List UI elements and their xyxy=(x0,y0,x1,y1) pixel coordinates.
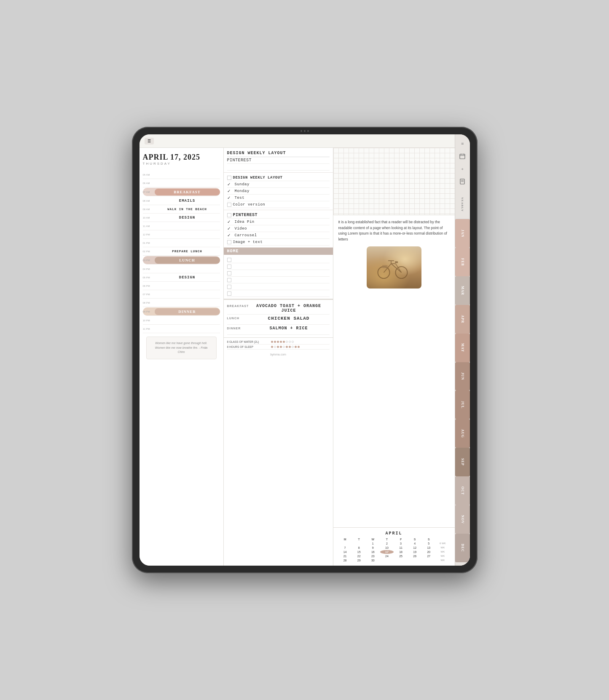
time-slot-06am: 06 AM xyxy=(143,179,220,187)
cal-day-16[interactable]: 16 xyxy=(366,550,380,554)
cal-day-14[interactable]: 14 xyxy=(338,550,352,554)
cal-wk-2: WK xyxy=(436,546,449,550)
calendar-icon[interactable] xyxy=(456,150,468,162)
cal-day-2[interactable]: 2 xyxy=(380,542,394,545)
water-dot-3[interactable] xyxy=(277,341,279,343)
task-carrousel[interactable]: ✓ Carrousel xyxy=(227,232,330,239)
cal-day-30[interactable]: 30 xyxy=(366,558,380,562)
task-video[interactable]: ✓ Video xyxy=(227,225,330,232)
tab-oct[interactable]: OCT xyxy=(455,476,470,505)
habit-section: 8 GLASS OF WATER (2L) xyxy=(224,337,333,351)
cal-day-23[interactable]: 23 xyxy=(366,554,380,558)
water-dot-5[interactable] xyxy=(283,341,285,343)
habit-sleep: 8 HOURS OF SLEEP xyxy=(227,345,330,350)
task-item-empty1 xyxy=(227,164,330,171)
tab-nov[interactable]: NOV xyxy=(455,505,470,534)
sleep-dot-3[interactable] xyxy=(277,346,279,348)
tab-may[interactable]: MAY xyxy=(455,334,470,362)
tab-apr[interactable]: APR xyxy=(455,305,470,334)
sleep-dot-2[interactable] xyxy=(274,346,276,348)
cal-day-17[interactable]: 17 xyxy=(380,550,394,554)
cal-day-15[interactable]: 15 xyxy=(352,550,366,554)
sleep-dot-5[interactable] xyxy=(283,346,285,348)
home-item-5[interactable] xyxy=(227,283,330,290)
cal-day-28[interactable]: 28 xyxy=(338,558,352,562)
cal-day-22[interactable]: 22 xyxy=(352,554,366,558)
cal-day-10[interactable]: 10 xyxy=(380,546,394,550)
task-check-pinterest[interactable] xyxy=(227,213,231,217)
cal-day-11[interactable]: 11 xyxy=(394,546,408,550)
tab-feb[interactable]: FEB xyxy=(455,248,470,276)
lorem-text: It is a long established fact that a rea… xyxy=(338,219,450,242)
cal-day-21[interactable]: 21 xyxy=(338,554,352,558)
meal-breakfast: BREAKFAST AVOCADO TOAST + ORANGE JUICE xyxy=(227,302,330,315)
time-slot-6pm: 06 PM xyxy=(143,282,220,290)
time-slot-05am: 05 AM xyxy=(143,171,220,179)
home-item-2[interactable] xyxy=(227,263,330,270)
home-item-6[interactable] xyxy=(227,290,330,297)
cal-day-8[interactable]: 8 xyxy=(352,546,366,550)
water-dot-4[interactable] xyxy=(280,341,282,343)
middle-panel: DESIGN WEEKLY LAYOUT PINTEREST DESIGN WE… xyxy=(224,148,333,566)
task-header-3: PINTEREST xyxy=(227,212,330,219)
cal-day-13[interactable]: 13 xyxy=(422,546,435,550)
tab-jul[interactable]: JUL xyxy=(455,390,470,419)
page-icon[interactable] xyxy=(456,176,468,187)
tab-jan[interactable]: JAN xyxy=(455,219,470,248)
cal-day-20[interactable]: 20 xyxy=(422,550,435,554)
task-color[interactable]: Color version xyxy=(227,201,330,208)
month-tabs: YEARLY JAN FEB MAR APR MAY JUN JUL AUG S… xyxy=(455,190,470,562)
cal-day-12[interactable]: 12 xyxy=(408,546,421,550)
water-dot-1[interactable] xyxy=(271,341,273,343)
sleep-dot-9[interactable] xyxy=(295,346,297,348)
home-item-3[interactable] xyxy=(227,270,330,277)
task-monday[interactable]: ✓ Monday xyxy=(227,188,330,195)
water-dot-8[interactable] xyxy=(292,341,294,343)
task-check-empty[interactable] xyxy=(227,176,231,180)
time-slot-11pm: 11 PM xyxy=(143,325,220,333)
sleep-dot-10[interactable] xyxy=(298,346,300,348)
home-item-4[interactable] xyxy=(227,277,330,283)
cal-day-3[interactable]: 3 xyxy=(394,542,408,545)
cal-day-27[interactable]: 27 xyxy=(422,554,435,558)
sleep-dot-6[interactable] xyxy=(286,346,288,348)
tab-jun[interactable]: JUN xyxy=(455,362,470,391)
right-panel: It is a long established fact that a rea… xyxy=(333,148,455,566)
sleep-dot-8[interactable] xyxy=(292,346,294,348)
cal-day-1[interactable]: 1 xyxy=(366,542,380,545)
water-dot-6[interactable] xyxy=(286,341,288,343)
cal-day-25[interactable]: 25 xyxy=(394,554,408,558)
cal-day-4[interactable]: 4 xyxy=(408,542,421,545)
add-icon[interactable]: + xyxy=(456,163,468,175)
sleep-dot-1[interactable] xyxy=(271,346,273,348)
time-slot-11am: 11 AM xyxy=(143,222,220,230)
sleep-dot-7[interactable] xyxy=(289,346,291,348)
tab-yearly[interactable]: YEARLY xyxy=(455,190,470,219)
cal-day-5[interactable]: 5 xyxy=(422,542,435,545)
menu-sidebar-icon[interactable]: ≡ xyxy=(456,138,468,150)
cal-day-24[interactable]: 24 xyxy=(380,554,394,558)
cal-day-9[interactable]: 9 xyxy=(366,546,380,550)
task-idea-pin[interactable]: ✓ Idea Pin xyxy=(227,219,330,225)
sleep-dots xyxy=(271,346,300,348)
sleep-dot-4[interactable] xyxy=(280,346,282,348)
menu-icon[interactable]: ☰ xyxy=(145,138,154,144)
check-color[interactable] xyxy=(227,203,231,207)
water-dot-2[interactable] xyxy=(274,341,276,343)
tab-mar[interactable]: MAR xyxy=(455,276,470,305)
cal-day-7[interactable]: 7 xyxy=(338,546,352,550)
task-image-text[interactable]: Image + text xyxy=(227,239,330,246)
cal-day-18[interactable]: 18 xyxy=(394,550,408,554)
tab-sep[interactable]: SEP xyxy=(455,448,470,476)
home-item-1[interactable] xyxy=(227,256,330,263)
cal-day-29[interactable]: 29 xyxy=(352,558,366,562)
task-item-pinterest-header: PINTEREST xyxy=(227,157,330,164)
tab-aug[interactable]: AUG xyxy=(455,419,470,448)
task-test[interactable]: ✓ Test xyxy=(227,195,330,201)
task-section-2: DESIGN WEEKLY LAYOUT ✓ Sunday ✓ Monday ✓ xyxy=(224,173,333,210)
task-sunday[interactable]: ✓ Sunday xyxy=(227,181,330,188)
cal-day-19[interactable]: 19 xyxy=(408,550,421,554)
cal-day-26[interactable]: 26 xyxy=(408,554,421,558)
tab-dec[interactable]: DEC xyxy=(455,534,470,562)
water-dot-7[interactable] xyxy=(289,341,291,343)
